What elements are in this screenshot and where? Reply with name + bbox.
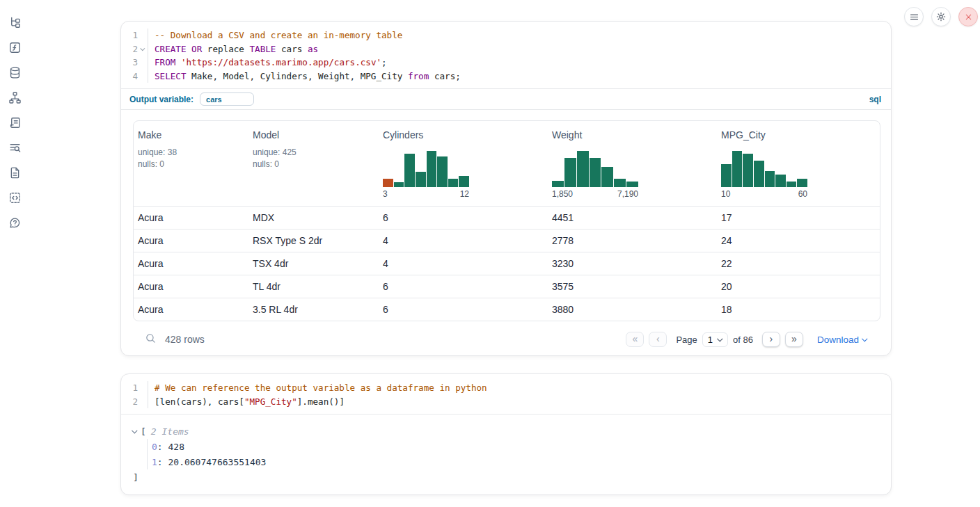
sql-cell: 1-- Download a CSV and create an in-memo… <box>120 21 892 356</box>
column-header-weight[interactable]: Weight 1,8507,190 <box>548 121 717 206</box>
table-footer: 428 rows « ‹ Page 1 of 86 › » Download <box>145 330 867 349</box>
line-number: 2 <box>124 395 138 409</box>
gear-icon <box>935 11 947 22</box>
histogram-bar <box>601 167 613 187</box>
close-icon <box>964 13 973 22</box>
scratchpad-icon[interactable] <box>8 115 22 129</box>
database-icon[interactable] <box>8 65 22 79</box>
table-row[interactable]: AcuraRSX Type S 2dr4277824 <box>134 229 880 252</box>
code-token: SELECT <box>155 71 187 81</box>
code-token: Make, Model, Cylinders, Weight, MPG_City <box>187 71 408 81</box>
file-explorer-icon[interactable] <box>8 15 22 29</box>
histogram-bar <box>437 156 448 187</box>
table-row[interactable]: AcuraMDX6445117 <box>134 206 880 229</box>
table-row[interactable]: AcuraTSX 4dr4323022 <box>134 252 880 275</box>
tree-entry-key: 1 <box>152 457 157 467</box>
help-icon[interactable] <box>8 216 22 230</box>
settings-button[interactable] <box>931 7 951 26</box>
weight-histogram: 1,8507,190 <box>552 151 638 199</box>
column-header-make[interactable]: Make unique: 38 nulls: 0 <box>134 121 248 206</box>
function-panel-icon[interactable] <box>8 40 22 54</box>
prev-page-button[interactable]: ‹ <box>649 332 667 347</box>
last-page-button[interactable]: » <box>785 332 803 347</box>
tree-entry-value: 428 <box>168 442 184 452</box>
code-token: from <box>408 71 429 81</box>
table-cell: 17 <box>717 206 880 229</box>
table-row[interactable]: Acura3.5 RL 4dr6388018 <box>134 298 880 321</box>
tree-entry-colon: : <box>157 457 168 467</box>
page-value: 1 <box>708 335 713 345</box>
axis-label: 10 <box>721 189 730 199</box>
table-cell: 6 <box>379 298 548 321</box>
code-line: 2CREATE OR replace TABLE cars as <box>124 42 891 56</box>
code-token: -- Download a CSV and create an in-memor… <box>155 30 402 40</box>
code-text[interactable]: FROM 'https://datasets.marimo.app/cars.c… <box>148 56 891 70</box>
python-code-editor[interactable]: 1# We can reference the output variable … <box>121 374 891 414</box>
column-header-model[interactable]: Model unique: 425 nulls: 0 <box>248 121 379 206</box>
tree-entries: 0: 4281: 20.060747663551403 <box>147 439 879 469</box>
histogram-bar <box>590 158 601 187</box>
code-token: cars; <box>429 71 461 81</box>
menu-button[interactable] <box>904 7 924 26</box>
code-token: # We can reference the output variable a… <box>155 383 487 393</box>
pagination: « ‹ Page 1 of 86 › » Download <box>626 332 867 347</box>
page-select[interactable]: 1 <box>702 332 728 347</box>
code-token: ; <box>381 57 387 67</box>
code-line: 3FROM 'https://datasets.marimo.app/cars.… <box>124 56 891 70</box>
output-variable-input[interactable]: cars <box>200 92 254 106</box>
sidebar <box>0 0 29 230</box>
download-button[interactable]: Download <box>817 335 867 345</box>
column-header-mpg-city[interactable]: MPG_City 1060 <box>717 121 880 206</box>
snippets-icon[interactable] <box>8 191 22 204</box>
table-row[interactable]: AcuraTL 4dr6357520 <box>134 275 880 298</box>
table-cell: 24 <box>717 229 880 252</box>
first-page-button[interactable]: « <box>626 332 644 347</box>
histogram-bar <box>552 181 564 187</box>
page-label: Page <box>676 335 697 345</box>
logs-search-icon[interactable] <box>8 140 22 154</box>
table-cell: Acura <box>134 229 248 252</box>
table-cell: 20 <box>717 275 880 298</box>
documentation-icon[interactable] <box>8 166 22 179</box>
code-text[interactable]: -- Download a CSV and create an in-memor… <box>148 29 891 42</box>
axis-label: 7,190 <box>617 189 638 199</box>
column-stats: unique: 38 nulls: 0 <box>138 147 244 170</box>
histogram-bar <box>732 151 743 187</box>
table-header-row: Make unique: 38 nulls: 0 Model unique: 4… <box>134 121 880 206</box>
histogram-bar <box>427 151 437 187</box>
code-token: ].mean()] <box>297 396 345 407</box>
code-token: replace <box>202 44 249 54</box>
table-cell: 3880 <box>548 298 717 321</box>
table-cell: Acura <box>134 206 248 229</box>
table-cell: 18 <box>717 298 880 321</box>
code-text[interactable]: [len(cars), cars["MPG_City"].mean()] <box>148 395 891 409</box>
topbar <box>904 7 978 26</box>
code-text[interactable]: CREATE OR replace TABLE cars as <box>148 42 891 56</box>
next-page-button[interactable]: › <box>762 332 780 347</box>
collapse-chevron-icon[interactable] <box>132 428 137 433</box>
shutdown-button[interactable] <box>958 7 978 26</box>
page-total-label: of 86 <box>733 335 753 345</box>
dependency-graph-icon[interactable] <box>8 90 22 104</box>
search-icon[interactable] <box>145 332 157 347</box>
code-token: OR <box>191 44 202 54</box>
table-cell: 4 <box>379 229 548 252</box>
sql-code-editor[interactable]: 1-- Download a CSV and create an in-memo… <box>121 22 891 88</box>
fold-chevron-icon[interactable] <box>140 46 145 51</box>
row-count: 428 rows <box>165 334 205 345</box>
table-cell: 3230 <box>548 252 717 275</box>
mpg-city-histogram: 1060 <box>721 151 807 199</box>
line-number: 4 <box>124 70 138 83</box>
table-cell: 4451 <box>548 206 717 229</box>
histogram-bar <box>614 179 626 187</box>
python-cell-output: [ 2 Items 0: 4281: 20.060747663551403 ] <box>121 415 891 489</box>
tree-root-row: [ 2 Items <box>133 424 879 439</box>
code-text[interactable]: # We can reference the output variable a… <box>148 381 891 395</box>
column-header-cylinders[interactable]: Cylinders 312 <box>379 121 548 206</box>
code-text[interactable]: SELECT Make, Model, Cylinders, Weight, M… <box>148 70 891 83</box>
code-token: 'https://datasets.marimo.app/cars.csv' <box>181 57 381 67</box>
axis-label: 1,850 <box>552 189 573 199</box>
histogram-bar <box>743 154 753 187</box>
code-line: 1-- Download a CSV and create an in-memo… <box>124 29 891 42</box>
items-count-label: 2 Items <box>151 426 189 437</box>
